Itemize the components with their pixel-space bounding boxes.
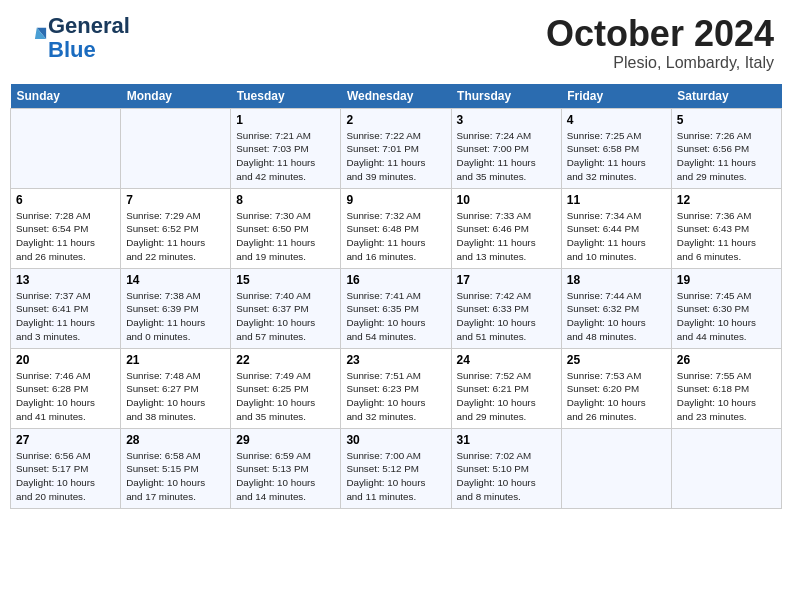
logo-general: General <box>48 13 130 38</box>
calendar-cell: 27Sunrise: 6:56 AM Sunset: 5:17 PM Dayli… <box>11 428 121 508</box>
day-info: Sunrise: 7:34 AM Sunset: 6:44 PM Dayligh… <box>567 209 666 264</box>
calendar-cell: 8Sunrise: 7:30 AM Sunset: 6:50 PM Daylig… <box>231 188 341 268</box>
day-number: 13 <box>16 273 115 287</box>
logo: General Blue <box>18 14 130 62</box>
day-number: 3 <box>457 113 556 127</box>
weekday-header-monday: Monday <box>121 84 231 109</box>
day-number: 27 <box>16 433 115 447</box>
calendar-week-5: 27Sunrise: 6:56 AM Sunset: 5:17 PM Dayli… <box>11 428 782 508</box>
day-number: 15 <box>236 273 335 287</box>
weekday-header-thursday: Thursday <box>451 84 561 109</box>
day-info: Sunrise: 7:37 AM Sunset: 6:41 PM Dayligh… <box>16 289 115 344</box>
month-title: October 2024 <box>546 14 774 54</box>
calendar-table: SundayMondayTuesdayWednesdayThursdayFrid… <box>10 84 782 509</box>
calendar-cell: 21Sunrise: 7:48 AM Sunset: 6:27 PM Dayli… <box>121 348 231 428</box>
calendar-cell: 26Sunrise: 7:55 AM Sunset: 6:18 PM Dayli… <box>671 348 781 428</box>
day-number: 20 <box>16 353 115 367</box>
calendar-cell: 20Sunrise: 7:46 AM Sunset: 6:28 PM Dayli… <box>11 348 121 428</box>
calendar-cell: 3Sunrise: 7:24 AM Sunset: 7:00 PM Daylig… <box>451 108 561 188</box>
calendar-cell: 14Sunrise: 7:38 AM Sunset: 6:39 PM Dayli… <box>121 268 231 348</box>
day-info: Sunrise: 7:30 AM Sunset: 6:50 PM Dayligh… <box>236 209 335 264</box>
day-number: 22 <box>236 353 335 367</box>
logo-icon <box>20 24 48 52</box>
weekday-header-saturday: Saturday <box>671 84 781 109</box>
calendar-cell: 4Sunrise: 7:25 AM Sunset: 6:58 PM Daylig… <box>561 108 671 188</box>
day-number: 1 <box>236 113 335 127</box>
day-info: Sunrise: 6:58 AM Sunset: 5:15 PM Dayligh… <box>126 449 225 504</box>
day-info: Sunrise: 7:52 AM Sunset: 6:21 PM Dayligh… <box>457 369 556 424</box>
day-number: 30 <box>346 433 445 447</box>
day-number: 24 <box>457 353 556 367</box>
calendar-cell <box>561 428 671 508</box>
day-number: 4 <box>567 113 666 127</box>
calendar-header-row: SundayMondayTuesdayWednesdayThursdayFrid… <box>11 84 782 109</box>
day-info: Sunrise: 7:38 AM Sunset: 6:39 PM Dayligh… <box>126 289 225 344</box>
calendar-cell: 19Sunrise: 7:45 AM Sunset: 6:30 PM Dayli… <box>671 268 781 348</box>
calendar-cell <box>11 108 121 188</box>
day-number: 23 <box>346 353 445 367</box>
day-info: Sunrise: 7:42 AM Sunset: 6:33 PM Dayligh… <box>457 289 556 344</box>
title-block: October 2024 Plesio, Lombardy, Italy <box>546 14 774 72</box>
day-info: Sunrise: 7:40 AM Sunset: 6:37 PM Dayligh… <box>236 289 335 344</box>
calendar-week-1: 1Sunrise: 7:21 AM Sunset: 7:03 PM Daylig… <box>11 108 782 188</box>
weekday-header-tuesday: Tuesday <box>231 84 341 109</box>
day-info: Sunrise: 7:46 AM Sunset: 6:28 PM Dayligh… <box>16 369 115 424</box>
day-info: Sunrise: 7:21 AM Sunset: 7:03 PM Dayligh… <box>236 129 335 184</box>
calendar-week-4: 20Sunrise: 7:46 AM Sunset: 6:28 PM Dayli… <box>11 348 782 428</box>
day-number: 16 <box>346 273 445 287</box>
calendar-week-3: 13Sunrise: 7:37 AM Sunset: 6:41 PM Dayli… <box>11 268 782 348</box>
day-info: Sunrise: 7:55 AM Sunset: 6:18 PM Dayligh… <box>677 369 776 424</box>
location: Plesio, Lombardy, Italy <box>546 54 774 72</box>
calendar-cell <box>121 108 231 188</box>
calendar-cell: 11Sunrise: 7:34 AM Sunset: 6:44 PM Dayli… <box>561 188 671 268</box>
calendar-cell: 9Sunrise: 7:32 AM Sunset: 6:48 PM Daylig… <box>341 188 451 268</box>
day-number: 7 <box>126 193 225 207</box>
calendar-cell: 24Sunrise: 7:52 AM Sunset: 6:21 PM Dayli… <box>451 348 561 428</box>
day-number: 10 <box>457 193 556 207</box>
weekday-header-sunday: Sunday <box>11 84 121 109</box>
day-info: Sunrise: 7:41 AM Sunset: 6:35 PM Dayligh… <box>346 289 445 344</box>
calendar-cell: 13Sunrise: 7:37 AM Sunset: 6:41 PM Dayli… <box>11 268 121 348</box>
calendar-cell: 31Sunrise: 7:02 AM Sunset: 5:10 PM Dayli… <box>451 428 561 508</box>
day-info: Sunrise: 7:51 AM Sunset: 6:23 PM Dayligh… <box>346 369 445 424</box>
day-info: Sunrise: 7:00 AM Sunset: 5:12 PM Dayligh… <box>346 449 445 504</box>
day-info: Sunrise: 7:24 AM Sunset: 7:00 PM Dayligh… <box>457 129 556 184</box>
calendar-cell: 2Sunrise: 7:22 AM Sunset: 7:01 PM Daylig… <box>341 108 451 188</box>
calendar-week-2: 6Sunrise: 7:28 AM Sunset: 6:54 PM Daylig… <box>11 188 782 268</box>
calendar-cell: 28Sunrise: 6:58 AM Sunset: 5:15 PM Dayli… <box>121 428 231 508</box>
day-info: Sunrise: 7:33 AM Sunset: 6:46 PM Dayligh… <box>457 209 556 264</box>
day-number: 17 <box>457 273 556 287</box>
day-info: Sunrise: 6:59 AM Sunset: 5:13 PM Dayligh… <box>236 449 335 504</box>
day-number: 26 <box>677 353 776 367</box>
calendar-cell: 29Sunrise: 6:59 AM Sunset: 5:13 PM Dayli… <box>231 428 341 508</box>
day-info: Sunrise: 7:28 AM Sunset: 6:54 PM Dayligh… <box>16 209 115 264</box>
calendar-cell: 17Sunrise: 7:42 AM Sunset: 6:33 PM Dayli… <box>451 268 561 348</box>
day-info: Sunrise: 7:44 AM Sunset: 6:32 PM Dayligh… <box>567 289 666 344</box>
day-number: 5 <box>677 113 776 127</box>
day-info: Sunrise: 7:45 AM Sunset: 6:30 PM Dayligh… <box>677 289 776 344</box>
day-info: Sunrise: 7:53 AM Sunset: 6:20 PM Dayligh… <box>567 369 666 424</box>
day-number: 21 <box>126 353 225 367</box>
day-number: 14 <box>126 273 225 287</box>
day-number: 25 <box>567 353 666 367</box>
calendar-cell: 18Sunrise: 7:44 AM Sunset: 6:32 PM Dayli… <box>561 268 671 348</box>
day-number: 9 <box>346 193 445 207</box>
page-header: General Blue October 2024 Plesio, Lombar… <box>10 10 782 76</box>
day-info: Sunrise: 7:29 AM Sunset: 6:52 PM Dayligh… <box>126 209 225 264</box>
calendar-cell: 30Sunrise: 7:00 AM Sunset: 5:12 PM Dayli… <box>341 428 451 508</box>
calendar-cell <box>671 428 781 508</box>
day-info: Sunrise: 7:32 AM Sunset: 6:48 PM Dayligh… <box>346 209 445 264</box>
calendar-cell: 22Sunrise: 7:49 AM Sunset: 6:25 PM Dayli… <box>231 348 341 428</box>
day-number: 6 <box>16 193 115 207</box>
day-info: Sunrise: 7:25 AM Sunset: 6:58 PM Dayligh… <box>567 129 666 184</box>
day-number: 11 <box>567 193 666 207</box>
calendar-cell: 5Sunrise: 7:26 AM Sunset: 6:56 PM Daylig… <box>671 108 781 188</box>
calendar-cell: 12Sunrise: 7:36 AM Sunset: 6:43 PM Dayli… <box>671 188 781 268</box>
day-info: Sunrise: 7:36 AM Sunset: 6:43 PM Dayligh… <box>677 209 776 264</box>
weekday-header-friday: Friday <box>561 84 671 109</box>
day-number: 18 <box>567 273 666 287</box>
day-info: Sunrise: 6:56 AM Sunset: 5:17 PM Dayligh… <box>16 449 115 504</box>
calendar-cell: 23Sunrise: 7:51 AM Sunset: 6:23 PM Dayli… <box>341 348 451 428</box>
calendar-cell: 7Sunrise: 7:29 AM Sunset: 6:52 PM Daylig… <box>121 188 231 268</box>
day-number: 31 <box>457 433 556 447</box>
